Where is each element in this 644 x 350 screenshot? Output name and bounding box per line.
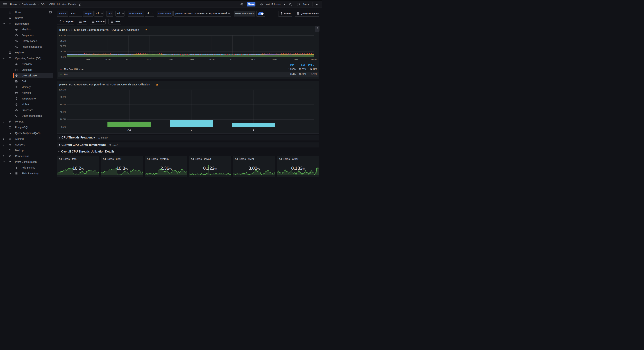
svg-text:14:00: 14:00 — [105, 58, 110, 61]
svg-text:22:00: 22:00 — [271, 58, 277, 61]
svg-text:23:00: 23:00 — [292, 58, 298, 61]
svg-text:15:00: 15:00 — [126, 58, 131, 61]
svg-text:6.54%: 6.54% — [290, 73, 296, 75]
svg-text:Max Core Utilization: Max Core Utilization — [64, 68, 83, 70]
svg-text:0: 0 — [191, 128, 192, 131]
svg-text:Avg: Avg — [128, 128, 131, 131]
svg-text:18:00: 18:00 — [188, 58, 194, 61]
svg-text:50.0%: 50.0% — [60, 45, 66, 48]
svg-text:25.0%: 25.0% — [60, 50, 66, 53]
svg-text:21:00: 21:00 — [250, 58, 256, 61]
svg-text:17:00: 17:00 — [167, 58, 173, 61]
svg-text:0.0%: 0.0% — [61, 56, 66, 58]
svg-text:user: user — [64, 73, 68, 75]
svg-text:80.0%: 80.0% — [60, 96, 66, 98]
svg-text:19:00: 19:00 — [209, 58, 214, 61]
svg-text:100.0%: 100.0% — [59, 88, 66, 91]
svg-text:20.0%: 20.0% — [60, 118, 66, 121]
svg-text:100.0%: 100.0% — [59, 34, 66, 37]
svg-text:00:00: 00:00 — [311, 58, 316, 61]
svg-text:avg: avg — [308, 64, 312, 66]
svg-text:12.68%: 12.68% — [299, 73, 306, 75]
svg-text:14.17%: 14.17% — [310, 68, 317, 70]
svg-text:1: 1 — [253, 128, 254, 131]
svg-text:10.37%: 10.37% — [288, 68, 296, 70]
svg-text:min: min — [290, 64, 294, 66]
svg-text:75.0%: 75.0% — [60, 40, 66, 42]
svg-text:0.0%: 0.0% — [61, 126, 66, 128]
svg-text:16:00: 16:00 — [146, 58, 152, 61]
svg-text:18.69%: 18.69% — [299, 68, 306, 70]
svg-text:13:00: 13:00 — [84, 58, 90, 61]
svg-text:60.0%: 60.0% — [60, 103, 66, 106]
svg-text:max: max — [300, 64, 305, 66]
svg-text:9.29%: 9.29% — [311, 73, 317, 75]
svg-text:40.0%: 40.0% — [60, 110, 66, 113]
svg-text:20:00: 20:00 — [230, 58, 235, 61]
